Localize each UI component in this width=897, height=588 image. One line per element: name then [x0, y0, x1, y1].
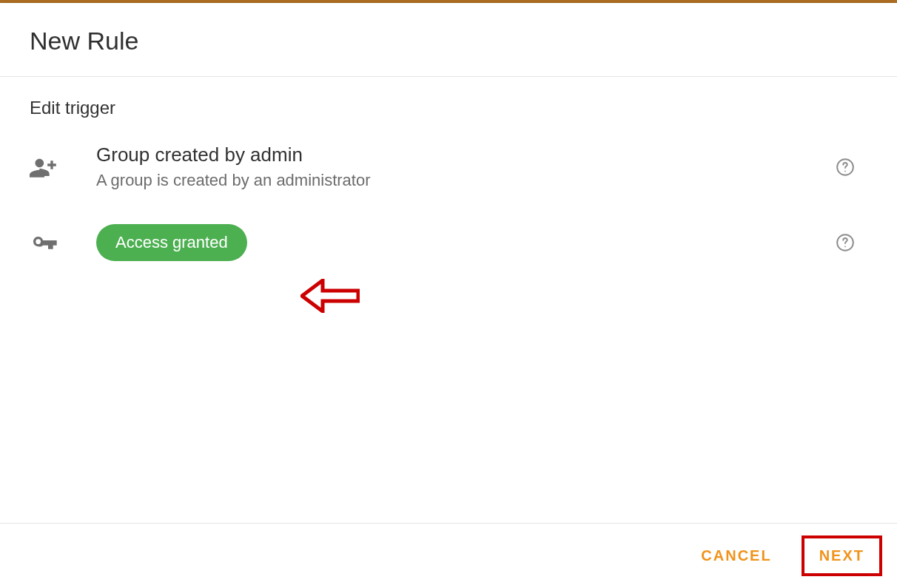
modal-body: Edit trigger Group created by admin A gr…	[0, 77, 897, 310]
trigger-row-access-granted[interactable]: Access granted	[30, 224, 867, 261]
trigger-title: Group created by admin	[96, 143, 823, 166]
modal-header: New Rule	[0, 3, 897, 77]
help-icon	[836, 158, 855, 177]
help-button[interactable]	[823, 158, 867, 177]
svg-point-3	[844, 246, 846, 248]
trigger-description: A group is created by an administrator	[96, 171, 823, 190]
svg-point-1	[844, 170, 846, 172]
trigger-text: Access granted	[96, 224, 823, 261]
new-rule-modal: New Rule Edit trigger Group created by a…	[0, 3, 897, 588]
access-granted-chip[interactable]: Access granted	[96, 224, 247, 261]
help-icon	[836, 233, 855, 252]
edit-trigger-heading: Edit trigger	[30, 98, 867, 118]
help-button[interactable]	[823, 233, 867, 252]
modal-title: New Rule	[30, 27, 867, 55]
trigger-text: Group created by admin A group is create…	[96, 143, 823, 190]
next-button[interactable]: NEXT	[802, 535, 882, 576]
cancel-button[interactable]: CANCEL	[685, 535, 787, 576]
key-icon	[30, 226, 96, 259]
group-add-icon	[30, 151, 96, 183]
modal-footer: CANCEL NEXT	[0, 523, 897, 588]
trigger-row-group-created[interactable]: Group created by admin A group is create…	[30, 143, 867, 190]
